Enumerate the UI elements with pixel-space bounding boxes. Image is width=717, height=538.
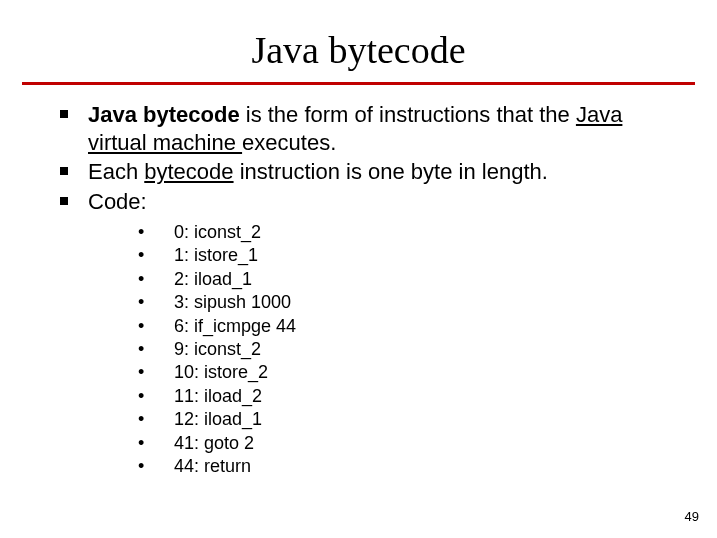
code-line: 2: iload_1 [138, 268, 677, 291]
content-area: Java bytecode is the form of instruction… [0, 85, 717, 478]
bullet-2-text-b: instruction is one byte in length. [234, 159, 548, 184]
bullet-2-link[interactable]: bytecode [144, 159, 233, 184]
bullet-1-bold: Java bytecode [88, 102, 240, 127]
code-line: 11: iload_2 [138, 385, 677, 408]
code-line: 3: sipush 1000 [138, 291, 677, 314]
code-line: 44: return [138, 455, 677, 478]
bullet-2-text-a: Each [88, 159, 144, 184]
code-line: 0: iconst_2 [138, 221, 677, 244]
code-line: 12: iload_1 [138, 408, 677, 431]
code-line: 41: goto 2 [138, 432, 677, 455]
code-line: 10: istore_2 [138, 361, 677, 384]
main-bullet-list: Java bytecode is the form of instruction… [60, 101, 677, 215]
code-line: 9: iconst_2 [138, 338, 677, 361]
bullet-1-text-b: executes. [242, 130, 336, 155]
bullet-1-text-a: is the form of instructions that the [240, 102, 576, 127]
page-number: 49 [685, 509, 699, 524]
code-line: 1: istore_1 [138, 244, 677, 267]
slide-title: Java bytecode [0, 0, 717, 82]
bullet-3: Code: [60, 188, 677, 216]
bullet-1: Java bytecode is the form of instruction… [60, 101, 677, 156]
bullet-2: Each bytecode instruction is one byte in… [60, 158, 677, 186]
code-list: 0: iconst_2 1: istore_1 2: iload_1 3: si… [60, 221, 677, 478]
code-line: 6: if_icmpge 44 [138, 315, 677, 338]
